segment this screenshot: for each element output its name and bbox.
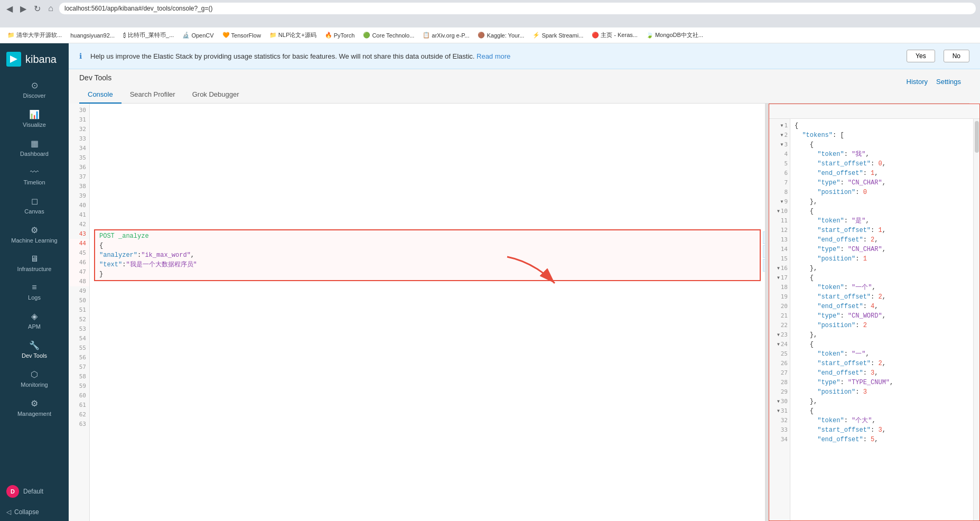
sidebar-item-canvas[interactable]: ◻ Canvas <box>0 191 69 220</box>
sidebar-label-dashboard: Dashboard <box>20 151 49 157</box>
line-num: 57 <box>69 362 89 372</box>
fold-arrow[interactable]: ▼ <box>781 140 783 150</box>
fold-arrow[interactable]: ▼ <box>777 264 780 273</box>
sidebar-user[interactable]: D Default <box>0 480 69 503</box>
bookmark-5[interactable]: 📁NLP论文+源码 <box>266 30 320 40</box>
out-line-num: 18 <box>769 283 790 292</box>
notice-read-more-link[interactable]: Read more <box>477 52 510 60</box>
line-num: 44 <box>69 239 89 248</box>
sidebar-item-visualize[interactable]: 📊 Visualize <box>0 104 69 133</box>
line-num: 37 <box>69 172 89 182</box>
output-line: "end_offset": 1, <box>795 169 969 178</box>
line-num: 52 <box>69 315 89 324</box>
editor-line: } <box>99 269 755 279</box>
editor-line <box>94 367 761 376</box>
sidebar-item-monitoring[interactable]: ⬡ Monitoring <box>0 364 69 393</box>
sidebar-item-devtools[interactable]: 🔧 Dev Tools <box>0 335 69 364</box>
output-scrollbar-thumb[interactable] <box>975 121 979 153</box>
bookmark-2[interactable]: ₿比特币_莱特币_... <box>120 30 177 40</box>
forward-button[interactable]: ▶ <box>18 3 29 14</box>
fold-arrow[interactable]: ▼ <box>777 397 780 406</box>
sidebar-logo: kibana <box>0 43 69 75</box>
sidebar-item-dashboard[interactable]: ▦ Dashboard <box>0 133 69 162</box>
fold-arrow[interactable]: ▼ <box>781 131 783 140</box>
browser-nav-bar: ◀ ▶ ↻ ⌂ localhost:5601/app/kibana#/dev_t… <box>0 0 980 17</box>
more-options-button[interactable]: ⋮ <box>763 259 765 272</box>
fold-arrow[interactable]: ▼ <box>777 273 780 283</box>
fold-arrow[interactable]: ▼ <box>777 207 780 216</box>
line-num: 39 <box>69 191 89 201</box>
tab-grok-debugger[interactable]: Grok Debugger <box>184 86 248 104</box>
output-line: "token": "是", <box>795 216 969 226</box>
tab-search-profiler[interactable]: Search Profiler <box>122 86 184 104</box>
output-line: }, <box>795 197 969 207</box>
line-num: 42 <box>69 220 89 229</box>
bookmark-6[interactable]: 🔥PyTorch <box>322 31 358 40</box>
bookmark-11[interactable]: 🔴主页 - Keras... <box>589 30 641 40</box>
sidebar-label-logs: Logs <box>28 294 41 301</box>
bookmark-7[interactable]: 🟢Core Technolo... <box>360 31 417 40</box>
refresh-button[interactable]: ↻ <box>32 3 42 14</box>
sidebar-label-canvas: Canvas <box>24 208 44 215</box>
output-line: "token": "一个", <box>795 283 969 292</box>
editor-line <box>94 319 761 329</box>
out-line-num: ▼2 <box>769 131 790 140</box>
management-icon: ⚙ <box>31 398 38 408</box>
settings-button[interactable]: Settings <box>936 78 961 86</box>
sidebar-item-logs[interactable]: ≡ Logs <box>0 277 69 306</box>
notice-no-button[interactable]: No <box>944 50 969 62</box>
output-line: { <box>795 121 969 131</box>
notice-text: Help us improve the Elastic Stack by pro… <box>90 52 898 60</box>
run-request-button[interactable]: ▶ <box>763 231 765 244</box>
line-num: 45 <box>69 248 89 258</box>
home-button[interactable]: ⌂ <box>45 3 56 14</box>
bookmark-0[interactable]: 📁清华大学开源软... <box>4 30 65 40</box>
tab-console[interactable]: Console <box>79 86 122 104</box>
request-block-content: POST _analyze { "analyzer":"ik_max_word"… <box>94 229 761 281</box>
output-line: "start_offset": 1, <box>795 226 969 235</box>
bookmark-1[interactable]: huangsiyuan92... <box>67 31 118 40</box>
line-num: 36 <box>69 163 89 172</box>
fold-arrow[interactable]: ▼ <box>777 340 780 349</box>
out-line-num: ▼31 <box>769 406 790 416</box>
line-num: 59 <box>69 382 89 391</box>
bookmark-9[interactable]: 🟤Kaggle: Your... <box>474 31 527 40</box>
line-num: 62 <box>69 410 89 420</box>
copy-as-curl-button[interactable]: ⚙ <box>763 245 765 258</box>
devtools-icon: 🔧 <box>29 340 40 350</box>
url-bar[interactable]: localhost:5601/app/kibana#/dev_tools/con… <box>59 3 976 14</box>
editor-line <box>94 125 761 134</box>
notice-yes-button[interactable]: Yes <box>907 50 935 62</box>
out-line-num: ▼3 <box>769 140 790 150</box>
sidebar-item-discover[interactable]: ⊙ Discover <box>0 75 69 104</box>
editor-text-area[interactable]: POST _analyze { "analyzer":"ik_max_word"… <box>90 104 765 521</box>
bookmark-4[interactable]: 🧡TensorFlow <box>219 31 264 40</box>
editor-line <box>94 172 761 182</box>
sidebar-item-apm[interactable]: ◈ APM <box>0 306 69 335</box>
history-button[interactable]: History <box>907 78 928 86</box>
output-scrollbar[interactable] <box>973 119 979 520</box>
fold-arrow[interactable]: ▼ <box>781 197 783 207</box>
sidebar-item-management[interactable]: ⚙ Management <box>0 393 69 422</box>
sidebar-item-infrastructure[interactable]: 🖥 Infrastructure <box>0 249 69 277</box>
editor-line <box>94 338 761 348</box>
sidebar-item-machine-learning[interactable]: ⚙ Machine Learning <box>0 220 69 249</box>
line-num: 51 <box>69 305 89 315</box>
out-line-num: 6 <box>769 169 790 178</box>
back-button[interactable]: ◀ <box>4 3 15 14</box>
bookmark-10[interactable]: ⚡Spark Streami... <box>529 31 586 40</box>
sidebar-collapse-button[interactable]: ◁ Collapse <box>0 503 69 521</box>
bookmark-3[interactable]: 🔬OpenCV <box>179 31 217 40</box>
bookmark-8[interactable]: 📋arXiv.org e-P... <box>419 31 472 40</box>
fold-arrow[interactable]: ▼ <box>777 330 780 340</box>
user-name: Default <box>23 488 43 495</box>
sidebar-item-timelion[interactable]: 〰 Timelion <box>0 162 69 191</box>
editor-line <box>94 163 761 172</box>
output-line: "token": "我", <box>795 150 969 159</box>
bookmark-12[interactable]: 🍃MongoDB中文社... <box>643 30 706 40</box>
fold-arrow[interactable]: ▼ <box>781 121 783 131</box>
editor-line <box>94 386 761 395</box>
output-line: "position": 1 <box>795 254 969 264</box>
fold-arrow[interactable]: ▼ <box>777 406 780 416</box>
out-line-num: 32 <box>769 416 790 425</box>
